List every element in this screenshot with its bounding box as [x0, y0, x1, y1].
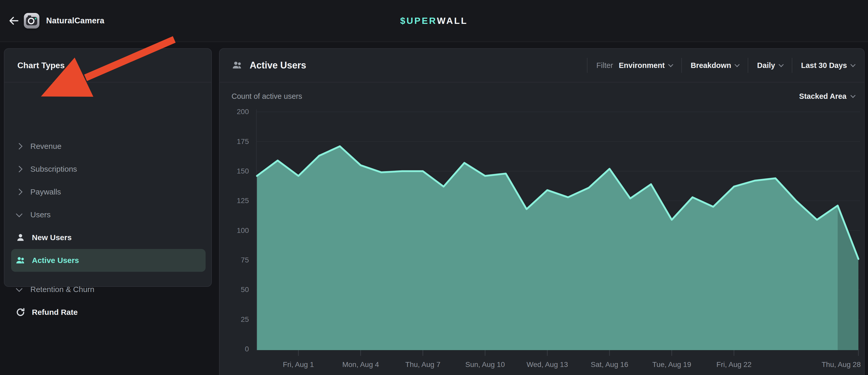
- chevron-right-icon: [16, 166, 22, 172]
- svg-text:Thu, Aug 28: Thu, Aug 28: [822, 361, 861, 369]
- sidebar-item-list: RevenueSubscriptionsPaywallsUsersNew Use…: [4, 49, 211, 286]
- active-users-area-chart[interactable]: 0255075100125150175200Fri, Aug 1Mon, Aug…: [220, 104, 865, 375]
- date-range-dropdown[interactable]: Last 30 Days: [801, 61, 855, 70]
- people-icon: [15, 255, 26, 266]
- refresh-icon: [15, 307, 26, 318]
- chevron-down-icon: [850, 93, 856, 98]
- chart-type-value: Stacked Area: [799, 92, 846, 101]
- control-separator: [681, 58, 682, 73]
- chevron-down-icon: [735, 62, 740, 67]
- control-separator: [792, 58, 792, 73]
- svg-text:150: 150: [237, 167, 249, 175]
- filter-label: Filter: [596, 61, 613, 70]
- logo-white-part: WALL: [437, 15, 468, 26]
- panel-title-row: Active Users: [231, 49, 306, 82]
- control-separator: [748, 58, 748, 73]
- panel-title: Active Users: [250, 60, 306, 71]
- svg-text:75: 75: [241, 256, 249, 264]
- svg-text:0: 0: [245, 345, 249, 353]
- sidebar-item-label: Revenue: [30, 142, 61, 151]
- superwall-logo: $UPERWALL: [0, 0, 868, 41]
- chevron-right-icon: [16, 189, 22, 195]
- sidebar-item-retention-churn[interactable]: Retention & Churn: [11, 278, 206, 301]
- svg-text:Mon, Aug 4: Mon, Aug 4: [342, 361, 379, 369]
- environment-value: Environment: [619, 61, 665, 70]
- chevron-down-icon: [850, 62, 856, 67]
- chevron-down-icon: [779, 62, 784, 67]
- active-users-panel: Active Users Filter Environment Breakdow…: [219, 48, 865, 375]
- sidebar-item-users[interactable]: Users: [11, 203, 206, 226]
- chart-subtitle: Count of active users: [231, 92, 302, 101]
- app-window: NaturalCamera $UPERWALL Chart Types Reve…: [0, 0, 868, 375]
- svg-text:125: 125: [237, 196, 249, 205]
- chart-controls: Filter Environment Breakdown Daily Last …: [578, 49, 855, 82]
- sidebar-item-active-users[interactable]: Active Users: [11, 249, 206, 272]
- svg-text:Thu, Aug 7: Thu, Aug 7: [405, 361, 440, 369]
- sidebar-item-label: Paywalls: [30, 187, 61, 196]
- chevron-down-icon: [668, 62, 673, 67]
- date-range-value: Last 30 Days: [801, 61, 847, 70]
- svg-text:100: 100: [237, 226, 249, 235]
- sidebar-item-revenue[interactable]: Revenue: [11, 135, 206, 158]
- granularity-dropdown[interactable]: Daily: [757, 61, 783, 70]
- svg-text:Wed, Aug 13: Wed, Aug 13: [527, 361, 568, 369]
- sidebar-item-label: Subscriptions: [30, 165, 77, 174]
- svg-text:200: 200: [237, 107, 249, 116]
- sidebar-item-subscriptions[interactable]: Subscriptions: [11, 158, 206, 181]
- person-icon: [15, 232, 26, 243]
- svg-text:Fri, Aug 22: Fri, Aug 22: [716, 361, 751, 369]
- logo-teal-part: $UPER: [400, 15, 437, 26]
- sidebar-item-label: Active Users: [32, 256, 79, 265]
- sidebar-item-label: Refund Rate: [32, 308, 78, 317]
- sidebar-item-new-users[interactable]: New Users: [11, 226, 206, 249]
- chart-type-dropdown[interactable]: Stacked Area: [799, 92, 855, 101]
- svg-text:Fri, Aug 1: Fri, Aug 1: [283, 361, 314, 369]
- granularity-value: Daily: [757, 61, 775, 70]
- svg-text:Sat, Aug 16: Sat, Aug 16: [591, 361, 628, 369]
- sidebar-item-label: New Users: [32, 233, 71, 242]
- chart-types-sidebar: Chart Types RevenueSubscriptionsPaywalls…: [4, 48, 212, 287]
- svg-text:50: 50: [241, 285, 249, 293]
- breakdown-dropdown[interactable]: Breakdown: [691, 61, 739, 70]
- breakdown-value: Breakdown: [691, 61, 731, 70]
- sidebar-item-label: Retention & Churn: [30, 285, 94, 294]
- svg-text:175: 175: [237, 137, 249, 146]
- sidebar-item-refund-rate[interactable]: Refund Rate: [11, 301, 206, 324]
- sidebar-item-paywalls[interactable]: Paywalls: [11, 181, 206, 203]
- sidebar-item-label: Users: [30, 210, 51, 219]
- chevron-down-icon: [16, 211, 22, 217]
- top-bar: NaturalCamera $UPERWALL: [0, 0, 868, 42]
- svg-text:Tue, Aug 19: Tue, Aug 19: [652, 361, 691, 369]
- svg-text:25: 25: [241, 315, 249, 323]
- people-icon: [231, 60, 243, 71]
- chevron-right-icon: [16, 143, 22, 149]
- environment-filter-dropdown[interactable]: Filter Environment: [596, 61, 673, 70]
- control-separator: [587, 58, 587, 73]
- chevron-down-icon: [16, 285, 22, 292]
- svg-text:Sun, Aug 10: Sun, Aug 10: [465, 361, 505, 369]
